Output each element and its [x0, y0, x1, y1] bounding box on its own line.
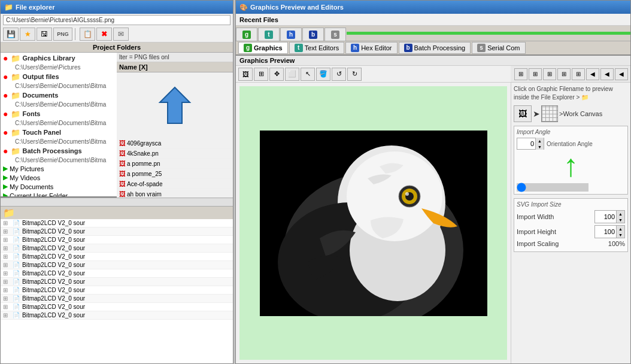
list-item-3[interactable]: ⊞📄Bitmap2LCD V2_0 sour [1, 244, 233, 253]
list-item-4[interactable]: ⊞📄Bitmap2LCD V2_0 sour [1, 253, 233, 261]
tab-hex-editor[interactable]: h Hex Editor [345, 42, 397, 54]
star-button[interactable]: ★ [20, 28, 35, 41]
file-entry-3[interactable]: 🖼a pomme_25 [117, 169, 233, 179]
import-height-spinner[interactable]: 100 ▲ ▼ [594, 225, 625, 238]
rt-btn-5[interactable]: ⊞ [572, 68, 585, 80]
tab-serial-label: Serial Com [487, 44, 520, 51]
rt-btn-4[interactable]: ⊞ [557, 68, 571, 80]
delete-button[interactable]: ✖ [96, 28, 112, 41]
prev-btn-undo[interactable]: ↺ [332, 68, 346, 81]
floppy-button[interactable]: 🖫 [37, 28, 52, 41]
tree-item-my-videos[interactable]: ▶ My Videos [1, 173, 117, 182]
import-width-value: 100 [595, 213, 616, 220]
folder-shortcut-icon[interactable]: 📁 [3, 207, 15, 219]
tab-b[interactable]: b [302, 28, 324, 41]
tree-item-my-pictures[interactable]: ▶ My Pictures [1, 164, 117, 173]
file-small-icon: 📄 [13, 253, 20, 260]
tree-item-current-user[interactable]: ▶ Current User Folder [1, 191, 117, 198]
file-icon: 🖼 [119, 170, 126, 177]
prev-btn-redo[interactable]: ↻ [347, 68, 362, 81]
prev-btn-fill[interactable]: 🪣 [316, 68, 330, 81]
tab-t[interactable]: t [258, 28, 280, 41]
spin-down[interactable]: ▼ [535, 144, 544, 150]
list-item-2[interactable]: ⊞📄Bitmap2LCD V2_0 sour [1, 236, 233, 244]
png-button[interactable]: PNG [53, 28, 72, 41]
red-dot-icon-4: ● [3, 109, 8, 119]
import-height-row: Import Height 100 ▲ ▼ [517, 225, 625, 238]
list-item-7[interactable]: ⊞📄Bitmap2LCD V2_0 sour [1, 278, 233, 286]
prev-btn-arrow[interactable]: ↖ [301, 68, 315, 81]
file-entry-5[interactable]: 🖼ah bon vraim [117, 189, 233, 198]
tree-item-output-files[interactable]: ● 📁 Output files [1, 71, 117, 82]
tree-item-my-docs[interactable]: ▶ My Documents [1, 182, 117, 191]
tab-batch-processing[interactable]: b Batch Processing [399, 42, 471, 54]
tab-text-editors[interactable]: t Text Editors [289, 42, 344, 54]
list-item-11[interactable]: ⊞📄Bitmap2LCD V2_0 sour [1, 311, 233, 320]
list-item-6[interactable]: ⊞📄Bitmap2LCD V2_0 sour [1, 269, 233, 278]
list-item-1[interactable]: ⊞📄Bitmap2LCD V2_0 sour [1, 228, 233, 236]
path-bar[interactable]: C:\Users\Bernie\Pictures\AIGLssssE.png [3, 15, 230, 25]
list-item-5[interactable]: ⊞📄Bitmap2LCD V2_0 sour [1, 261, 233, 269]
up-arrow-icon[interactable] [157, 84, 193, 126]
file-entry-4[interactable]: 🖼Ace-of-spade [117, 179, 233, 189]
right-panel: Click on Graphic Filename to preview ins… [511, 83, 630, 363]
rt-btn-8[interactable]: ◀ [615, 68, 628, 80]
image-canvas-btn[interactable]: 🖼 [514, 105, 532, 122]
prev-btn-grid[interactable]: ⊞ [254, 68, 268, 81]
file-small-icon: 📄 [13, 304, 20, 310]
import-width-spinner[interactable]: 100 ▲ ▼ [594, 210, 625, 223]
angle-spinner[interactable]: 0 ▲ ▼ [517, 138, 544, 150]
prev-btn-select[interactable]: ⬜ [285, 68, 299, 81]
tab-g[interactable]: g [236, 28, 257, 41]
prev-btn-image[interactable]: 🖼 [238, 68, 253, 81]
tab-graphics[interactable]: g Graphics [238, 42, 288, 54]
grid-canvas-icon[interactable] [541, 105, 558, 122]
file-entry-0[interactable]: 🖼4096graysca [117, 138, 233, 148]
list-item-0[interactable]: ⊞📄Bitmap2LCD V2_0 sour [1, 219, 233, 228]
tree-item-documents[interactable]: ● 📁 Documents [1, 90, 117, 101]
tab-serial-com[interactable]: s Serial Com [472, 42, 525, 54]
red-dot-icon-5: ● [3, 128, 8, 137]
gfx-icon: 🎨 [239, 4, 248, 11]
tree-item-fonts[interactable]: ● 📁 Fonts [1, 108, 117, 119]
email-button[interactable]: ✉ [113, 28, 129, 41]
save-button[interactable]: 💾 [3, 28, 19, 41]
tree-item-batch[interactable]: ● 📁 Batch Processings [1, 145, 117, 156]
width-spin-down[interactable]: ▼ [616, 217, 624, 223]
list-item-10[interactable]: ⊞📄Bitmap2LCD V2_0 sour [1, 303, 233, 311]
expand-icon: ⊞ [3, 245, 10, 251]
height-spin-down[interactable]: ▼ [616, 232, 624, 238]
width-spinner-btns: ▲ ▼ [616, 211, 624, 223]
list-item-8[interactable]: ⊞📄Bitmap2LCD V2_0 sour [1, 286, 233, 295]
file-small-icon: 📄 [13, 278, 20, 285]
tab-hex-label: Hex Editor [361, 44, 392, 51]
rt-btn-1[interactable]: ⊞ [514, 68, 527, 80]
file-list: 🖼4096graysca 🖼4kSnake.pn 🖼a pomme.pn 🖼a … [117, 138, 233, 198]
sub-tab-graphics-preview[interactable]: Graphics Preview [236, 56, 630, 66]
angle-slider[interactable] [517, 183, 588, 192]
horizontal-scrollbar[interactable] [1, 198, 233, 206]
width-spin-up[interactable]: ▲ [616, 211, 624, 217]
rt-btn-2[interactable]: ⊞ [529, 68, 542, 80]
rt-btn-3[interactable]: ⊞ [543, 68, 556, 80]
list-item-9[interactable]: ⊞📄Bitmap2LCD V2_0 sour [1, 295, 233, 303]
file-entry-1[interactable]: 🖼4kSnake.pn [117, 148, 233, 159]
file-explorer-titlebar: 📁 File explorer [1, 1, 233, 14]
prev-btn-move[interactable]: ✥ [269, 68, 284, 81]
file-small-icon: 📄 [13, 287, 20, 293]
tree-item-graphics-library[interactable]: ● 📁 Graphics Library [1, 53, 117, 63]
copy-button[interactable]: 📋 [80, 28, 95, 41]
height-spin-up[interactable]: ▲ [616, 226, 624, 232]
tab-batch-label: Batch Processing [414, 44, 466, 51]
tab-h[interactable]: h [280, 28, 302, 41]
tab-s[interactable]: s [324, 28, 346, 41]
rt-btn-7[interactable]: ◀ [600, 68, 614, 80]
tree-item-touch-panel[interactable]: ● 📁 Touch Panel [1, 127, 117, 138]
import-width-row: Import Width 100 ▲ ▼ [517, 210, 625, 223]
spin-up[interactable]: ▲ [535, 138, 544, 144]
tab-letter-b: b [309, 31, 317, 39]
folder-icon-4: 📁 [11, 110, 20, 119]
main-content: 🖼 ⊞ ✥ ⬜ ↖ 🪣 ↺ ↻ ⊞ ⊞ ⊞ ⊞ ⊞ ◀ ◀ [236, 66, 630, 363]
file-entry-2[interactable]: 🖼a pomme.pn [117, 159, 233, 169]
rt-btn-6[interactable]: ◀ [586, 68, 599, 80]
